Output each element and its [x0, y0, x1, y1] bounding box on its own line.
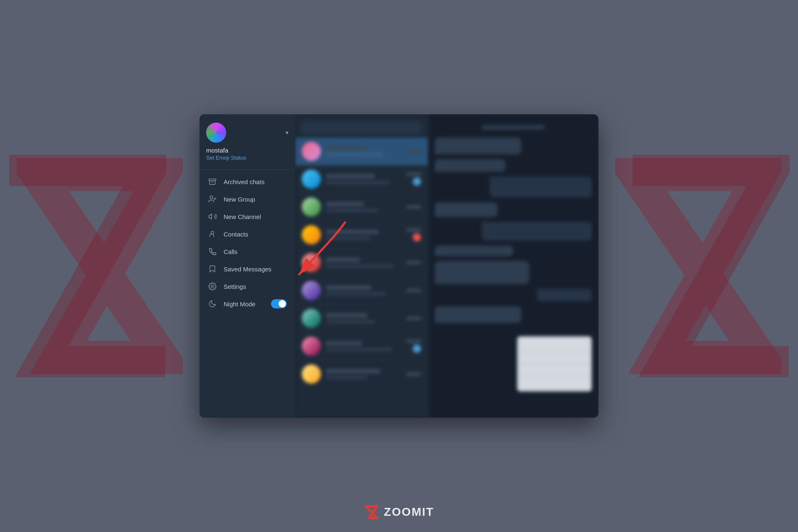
sidebar-item-archived-chats[interactable]: Archived chats: [200, 173, 295, 190]
contacts-label: Contacts: [224, 231, 287, 238]
chat-item: [295, 305, 428, 332]
blurred-background: [295, 114, 598, 418]
new-group-label: New Group: [224, 196, 287, 203]
sidebar-divider: [200, 169, 295, 170]
night-mode-label: Night Mode: [224, 300, 264, 308]
sidebar-header: ▾ mostafa Set Emoji Status: [200, 114, 295, 166]
svg-point-5: [212, 286, 214, 288]
app-window: ▾ mostafa Set Emoji Status Archived chat…: [200, 114, 598, 418]
sidebar-item-new-group[interactable]: New Group: [200, 190, 295, 208]
chat-list-panel: [295, 114, 428, 418]
moon-icon: [208, 299, 217, 308]
svg-point-3: [210, 196, 213, 199]
users-icon: [208, 195, 217, 204]
sidebar: ▾ mostafa Set Emoji Status Archived chat…: [200, 114, 295, 418]
megaphone-icon: [208, 212, 217, 221]
chat-item: [295, 277, 428, 305]
sidebar-item-contacts[interactable]: Contacts: [200, 225, 295, 243]
chat-item: [295, 193, 428, 221]
chat-item: [295, 332, 428, 360]
username-label: mostafa: [206, 147, 288, 154]
svg-point-4: [211, 231, 214, 234]
archive-icon: [208, 177, 217, 186]
svg-rect-2: [209, 179, 216, 180]
saved-messages-label: Saved Messages: [224, 266, 287, 273]
svg-marker-7: [366, 506, 377, 518]
chat-item: [295, 249, 428, 277]
chat-item: [295, 360, 428, 388]
archived-chats-label: Archived chats: [224, 178, 287, 185]
chat-item-selected: [295, 138, 428, 165]
sidebar-item-calls[interactable]: Calls: [200, 243, 295, 260]
sidebar-item-saved-messages[interactable]: Saved Messages: [200, 260, 295, 278]
chat-item: [295, 221, 428, 249]
gear-icon: [208, 282, 217, 291]
night-mode-toggle[interactable]: [271, 299, 287, 308]
chevron-down-icon[interactable]: ▾: [286, 129, 288, 136]
watermark: ZOOMIT: [364, 505, 434, 520]
sidebar-item-settings[interactable]: Settings: [200, 278, 295, 295]
avatar[interactable]: [206, 123, 226, 143]
chat-item: [295, 165, 428, 193]
new-channel-label: New Channel: [224, 213, 287, 220]
chat-right-panel: [428, 114, 598, 418]
phone-icon: [208, 247, 217, 256]
zoomit-logo-icon: [364, 505, 379, 520]
bookmark-icon: [208, 264, 217, 273]
sidebar-item-new-channel[interactable]: New Channel: [200, 208, 295, 225]
settings-label: Settings: [224, 283, 287, 290]
person-icon: [208, 229, 217, 239]
calls-label: Calls: [224, 248, 287, 255]
zoomit-text: ZOOMIT: [384, 505, 434, 519]
emoji-status-label[interactable]: Set Emoji Status: [206, 155, 288, 161]
sidebar-item-night-mode[interactable]: Night Mode: [200, 295, 295, 313]
